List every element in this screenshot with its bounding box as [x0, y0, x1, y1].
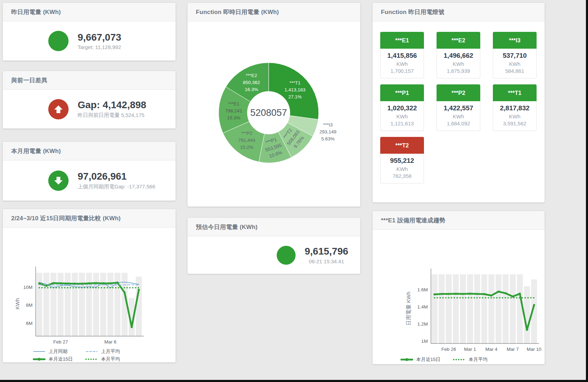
- tile-body: 955,212KWh762,358: [380, 154, 424, 183]
- target-bar: [432, 274, 438, 343]
- donut-center-total: 5208057: [250, 107, 287, 118]
- y-tick-label: 1.6M: [417, 287, 428, 292]
- compare-chart-legend: 上月同期上月平均本月近15日本月平均Target: [33, 348, 176, 362]
- card-title-month: 本月用電量 (KWh): [3, 142, 176, 160]
- y-axis-title: KWh: [14, 298, 20, 310]
- realtime-donut-chart: ***T11,413,18327.1%***I3293,1495.63%***T…: [187, 21, 360, 207]
- kpi-value: Gap: 4,142,898: [78, 99, 146, 111]
- target-bar: [496, 274, 502, 343]
- series-point: [448, 293, 450, 295]
- x-tick-label: Mar 4: [486, 347, 498, 352]
- status-tile-***T1[interactable]: ***T12,817,832KWh3,591,562: [493, 84, 537, 131]
- target-bar: [65, 273, 71, 336]
- y-tick-label: 10M: [23, 285, 33, 290]
- target-bar: [72, 273, 78, 336]
- legend-label: 本月近15日: [49, 356, 73, 362]
- tile-unit: KWh: [381, 61, 423, 67]
- kpi-row: Gap: 4,142,898 昨日與前日用電量 5,524,175: [3, 99, 146, 119]
- status-tile-grid: ***E11,415,856KWh1,700,157***E21,496,662…: [380, 32, 545, 183]
- target-bar: [488, 274, 494, 343]
- series-point: [131, 326, 133, 328]
- series-point: [59, 282, 62, 284]
- target-bar: [460, 274, 466, 343]
- card-title-compare: 2/24~3/10 近15日同期用電量比較 (KWh): [3, 209, 176, 228]
- tile-unit: KWh: [381, 166, 423, 172]
- x-tick-label: Mar 7: [507, 347, 519, 352]
- series-point: [441, 293, 443, 295]
- kpi-row: 9,667,073 Target: 11,128,992: [3, 31, 121, 51]
- legend-item-本月平均[interactable]: 本月平均: [453, 356, 505, 363]
- kpi-value: 97,026,961: [78, 171, 155, 182]
- target-bar: [136, 277, 142, 336]
- kpi-text: 9,615,796 06-21 15:34:41: [305, 246, 348, 264]
- series-point: [109, 282, 112, 284]
- tile-body: 2,817,832KWh3,591,562: [493, 101, 537, 131]
- x-tick-label: Feb 27: [53, 339, 68, 345]
- series-point: [455, 293, 457, 295]
- target-bar: [481, 274, 487, 343]
- target-bar: [517, 274, 523, 343]
- tile-value: 955,212: [381, 157, 423, 165]
- legend-item-本月平均[interactable]: 本月平均: [85, 356, 138, 362]
- kpi-text: 9,667,073 Target: 11,128,992: [78, 32, 121, 50]
- tile-unit: KWh: [381, 113, 423, 119]
- target-bar: [510, 274, 516, 343]
- tile-header: ***P2: [437, 84, 480, 101]
- legend-item-上月平均[interactable]: 上月平均: [85, 348, 138, 355]
- legend-item-本月近15日[interactable]: 本月近15日: [33, 356, 85, 362]
- series-point: [138, 289, 140, 291]
- status-tile-***P2[interactable]: ***P21,422,557KWh1,684,092: [437, 84, 480, 131]
- tile-value: 2,817,832: [494, 104, 536, 112]
- series-point: [462, 293, 464, 295]
- y-tick-label: 1M: [421, 339, 428, 344]
- card-title-realtime: Function 即時日用電量 (KWh): [187, 3, 360, 21]
- y-tick-label: 1.4M: [417, 304, 428, 310]
- legend-label: 上月平均: [101, 348, 120, 355]
- e1-chart-legend: 本月近15日本月平均Target: [401, 356, 545, 364]
- status-tile-***E1[interactable]: ***E11,415,856KWh1,700,157: [380, 32, 424, 78]
- target-bar: [79, 273, 85, 336]
- tile-target: 762,358: [381, 173, 423, 179]
- kpi-sub-label: 昨日與前日用電量 5,524,175: [78, 112, 146, 119]
- legend-item-本月近15日[interactable]: 本月近15日: [401, 356, 453, 363]
- tile-header: ***P1: [380, 84, 424, 101]
- tile-body: 1,496,662KWh1,675,939: [437, 49, 480, 78]
- screen-right-edge: [586, 0, 588, 382]
- status-tile-***E2[interactable]: ***E21,496,662KWh1,675,939: [437, 32, 480, 78]
- status-tile-***P1[interactable]: ***P11,020,322KWh1,121,613: [380, 84, 424, 131]
- tile-target: 3,591,562: [494, 120, 536, 126]
- series-point: [505, 292, 507, 294]
- tile-value: 1,020,322: [381, 104, 423, 112]
- status-tile-***T2[interactable]: ***T2955,212KWh762,358: [380, 137, 424, 183]
- screen-bottom-edge: [0, 380, 588, 382]
- target-bar: [503, 274, 509, 343]
- tile-header: ***T1: [493, 84, 537, 101]
- kpi-row: 9,615,796 06-21 15:34:41: [187, 246, 348, 265]
- status-circle-icon: [48, 31, 69, 51]
- kpi-text: 97,026,961 上個月同期用電Gap: -17,377,566: [78, 171, 155, 190]
- target-bar: [446, 274, 452, 343]
- legend-row: 上月同期上月平均: [33, 348, 176, 355]
- series-point: [483, 293, 486, 295]
- series-point: [476, 293, 478, 295]
- tile-target: 1,684,092: [438, 120, 479, 126]
- card-title-gap: 與前一日差異: [3, 71, 176, 90]
- target-bar: [439, 274, 445, 343]
- target-bar: [474, 274, 480, 343]
- tile-unit: KWh: [494, 61, 536, 67]
- tile-body: 1,422,557KWh1,684,092: [437, 101, 480, 131]
- series-point: [67, 283, 69, 285]
- status-tile-***I3[interactable]: ***I3537,710KWh584,861: [493, 32, 537, 78]
- card-month-usage: 本月用電量 (KWh) 97,026,961 上個月同期用電Gap: -17,3…: [3, 142, 176, 201]
- tile-value: 537,710: [494, 52, 536, 60]
- legend-row: 本月近15日本月平均: [401, 356, 545, 363]
- kpi-value: 9,615,796: [305, 246, 348, 257]
- x-tick-label: Mar 10: [527, 347, 541, 352]
- tile-target: 1,121,613: [381, 120, 423, 126]
- tile-target: 1,675,939: [438, 68, 479, 74]
- arrow-down-icon: [48, 171, 69, 191]
- compare-line-chart: 6M8M10MFeb 27Mar 6KWh: [3, 228, 176, 346]
- card-realtime-usage: Function 即時日用電量 (KWh) ***T11,413,18327.1…: [187, 3, 360, 207]
- legend-item-上月同期[interactable]: 上月同期: [33, 348, 85, 355]
- tile-header: ***E2: [437, 32, 480, 49]
